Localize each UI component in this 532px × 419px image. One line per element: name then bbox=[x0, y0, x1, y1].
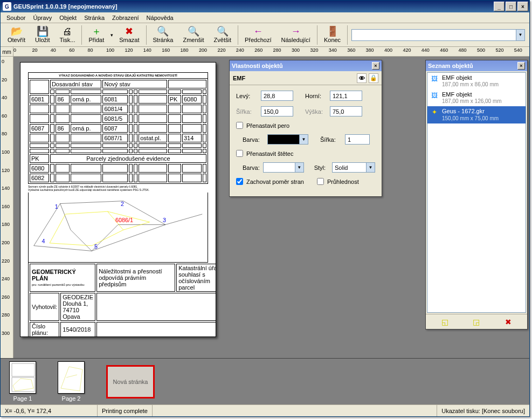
menu-stranka[interactable]: Stránka bbox=[80, 13, 108, 22]
x-icon: ✖ bbox=[125, 26, 133, 36]
send-back-icon[interactable]: ◲ bbox=[471, 317, 482, 327]
minimize-button[interactable]: _ bbox=[494, 2, 505, 11]
svg-text:5: 5 bbox=[94, 243, 98, 250]
prev-button[interactable]: ←Předchozí bbox=[240, 24, 277, 46]
transparency-checkbox[interactable] bbox=[317, 178, 324, 185]
style-select[interactable]: Solid bbox=[332, 162, 367, 173]
objectlist-panel: Seznam objektů × 🖼EMF objekt187,00 mm x … bbox=[425, 60, 528, 329]
maximize-button[interactable]: □ bbox=[506, 2, 516, 11]
thumb-page2-preview[interactable] bbox=[58, 361, 85, 394]
ruler-horizontal-area: mm 0204060801001201401601802002202402602… bbox=[1, 47, 529, 57]
style-dropdown[interactable]: ▼ bbox=[367, 162, 375, 173]
open-button[interactable]: 📂Otevřít bbox=[3, 24, 30, 46]
keep-ratio-label: Zachovat poměr stran bbox=[246, 178, 304, 185]
statusbar: X= -0,6, Y= 172,4 Printing complete Ukaz… bbox=[1, 404, 529, 416]
brush-color-dropdown[interactable]: ▼ bbox=[295, 162, 304, 173]
brush-color-label: Barva: bbox=[243, 164, 260, 171]
folder-open-icon: 📂 bbox=[11, 26, 23, 36]
app-icon: G bbox=[3, 2, 11, 11]
separator bbox=[81, 25, 82, 45]
delete-object-icon[interactable]: ✖ bbox=[502, 317, 514, 327]
page-button[interactable]: 🔍Stránka bbox=[148, 24, 178, 46]
panel-close-icon[interactable]: × bbox=[517, 62, 525, 70]
thumb-page2-label: Page 2 bbox=[62, 395, 81, 402]
document-header: VÝKAZ DOSAVADNÍHO A NOVÉHO STAVU ÚDAJŮ K… bbox=[28, 72, 208, 78]
delete-button[interactable]: ✖Smazat bbox=[114, 24, 144, 46]
bring-front-icon[interactable]: ◱ bbox=[439, 317, 451, 327]
width-label: Šířka: bbox=[236, 108, 258, 115]
objectlist-panel-title[interactable]: Seznam objektů × bbox=[426, 60, 527, 71]
toolbar-combo[interactable]: ▼ bbox=[351, 29, 525, 41]
status-coords: X= -0,6, Y= 172,4 bbox=[1, 405, 98, 416]
close-button[interactable]: × bbox=[517, 2, 528, 11]
arrow-right-icon: → bbox=[291, 26, 301, 36]
magnifier-icon: 🔍 bbox=[157, 26, 169, 36]
linewidth-label: Šířka: bbox=[320, 136, 342, 143]
objectlist-item[interactable]: 🖼EMF objekt187,00 mm x 86,00 mm bbox=[427, 73, 526, 90]
linewidth-input[interactable] bbox=[345, 134, 370, 145]
menu-zobrazeni[interactable]: Zobrazení bbox=[108, 13, 143, 22]
objectlist-body[interactable]: 🖼EMF objekt187,00 mm x 86,00 mm🖼EMF obje… bbox=[427, 72, 526, 313]
left-label: Levý: bbox=[236, 93, 258, 99]
thumb-newpage[interactable]: Nová stránka bbox=[106, 365, 155, 399]
override-brush-checkbox[interactable] bbox=[236, 150, 243, 157]
zoomin-button[interactable]: 🔍Zvětšit bbox=[209, 24, 236, 46]
thumb-page2[interactable]: Page 2 bbox=[58, 361, 85, 402]
canvas-page[interactable]: VÝKAZ DOSAVADNÍHO A NOVÉHO STAVU ÚDAJŮ K… bbox=[20, 62, 216, 337]
menu-napoveda[interactable]: Nápověda bbox=[143, 13, 177, 22]
override-pen-checkbox[interactable] bbox=[236, 122, 243, 129]
brush-color-swatch[interactable] bbox=[263, 162, 295, 173]
svg-text:1: 1 bbox=[55, 203, 58, 210]
eye-icon[interactable]: 👁 bbox=[357, 73, 367, 83]
lock-icon[interactable]: 🔒 bbox=[369, 73, 378, 83]
height-input[interactable] bbox=[330, 106, 362, 116]
objectlist-item-sub: 187,00 mm x 86,00 mm bbox=[442, 81, 499, 88]
document-table: Dosavadní stavNový stav 608186orná p.608… bbox=[28, 78, 208, 184]
properties-subtitle: EMF 👁 🔒 bbox=[230, 71, 382, 85]
zoomout-button[interactable]: 🔍Zmenšit bbox=[178, 24, 209, 46]
menu-soubor[interactable]: Soubor bbox=[3, 13, 29, 22]
objectlist-item-sub: 150,00 mm x 75,00 mm bbox=[442, 115, 499, 122]
add-dropdown[interactable]: ▾ bbox=[109, 24, 114, 46]
pen-color-dropdown[interactable]: ▼ bbox=[300, 134, 308, 145]
thumb-page1[interactable]: Page 1 bbox=[9, 361, 36, 402]
properties-panel-title[interactable]: Vlastnosti objektů × bbox=[230, 60, 382, 71]
chevron-down-icon[interactable]: ▼ bbox=[516, 30, 524, 40]
plus-icon: ＋ bbox=[92, 26, 101, 36]
save-button[interactable]: 💾Uložit bbox=[30, 24, 55, 46]
svg-text:3: 3 bbox=[163, 217, 166, 223]
svg-text:2: 2 bbox=[121, 201, 124, 207]
printer-icon: 🖨 bbox=[63, 26, 72, 36]
width-input[interactable] bbox=[261, 106, 293, 116]
top-input[interactable] bbox=[330, 91, 362, 101]
titlebar: G GEUSprint 1.0.0.19 [nepojmenovaný] _ □… bbox=[1, 1, 529, 12]
override-brush-label: Přenastavit štětec bbox=[246, 150, 293, 157]
document-drawing: 6086/1 123 45 bbox=[28, 193, 208, 263]
override-pen-label: Přenastavit pero bbox=[246, 122, 289, 129]
thumb-page1-preview[interactable] bbox=[9, 361, 36, 394]
zoom-out-icon: 🔍 bbox=[188, 26, 199, 36]
menu-objekt[interactable]: Objekt bbox=[56, 13, 80, 22]
objectlist-item-title: EMF objekt bbox=[442, 91, 502, 98]
keep-ratio-checkbox[interactable] bbox=[236, 178, 243, 185]
next-button[interactable]: →Následující bbox=[277, 24, 315, 46]
print-button[interactable]: 🖨Tisk... bbox=[55, 24, 80, 46]
transparency-label: Průhlednost bbox=[327, 178, 359, 185]
thumb-newpage-button[interactable]: Nová stránka bbox=[106, 365, 155, 399]
end-button[interactable]: 🚪Konec bbox=[319, 24, 346, 46]
document-footer: GEOMETRICKÝ PLÁNpro rozdělení pozemků pr… bbox=[28, 263, 216, 337]
workspace[interactable]: VÝKAZ DOSAVADNÍHO A NOVÉHO STAVU ÚDAJŮ K… bbox=[13, 57, 529, 358]
left-input[interactable] bbox=[261, 91, 293, 101]
panel-close-icon[interactable]: × bbox=[372, 62, 379, 70]
exit-icon: 🚪 bbox=[327, 26, 338, 36]
objectlist-item-title: Geus - 1672.gkr bbox=[442, 108, 499, 115]
menu-upravy[interactable]: Úpravy bbox=[29, 13, 56, 22]
pen-color-label: Barva: bbox=[243, 136, 264, 143]
objectlist-item[interactable]: 🖼EMF objekt187,00 mm x 126,00 mm bbox=[427, 90, 526, 106]
ruler-unit-label: mm bbox=[1, 47, 13, 57]
objectlist-item[interactable]: ✦Geus - 1672.gkr150,00 mm x 75,00 mm bbox=[427, 106, 526, 123]
save-icon: 💾 bbox=[37, 26, 49, 36]
properties-panel: Vlastnosti objektů × EMF 👁 🔒 Levý: bbox=[229, 60, 382, 197]
add-button[interactable]: ＋Přidat bbox=[84, 24, 109, 46]
pen-color-swatch[interactable] bbox=[267, 134, 300, 145]
